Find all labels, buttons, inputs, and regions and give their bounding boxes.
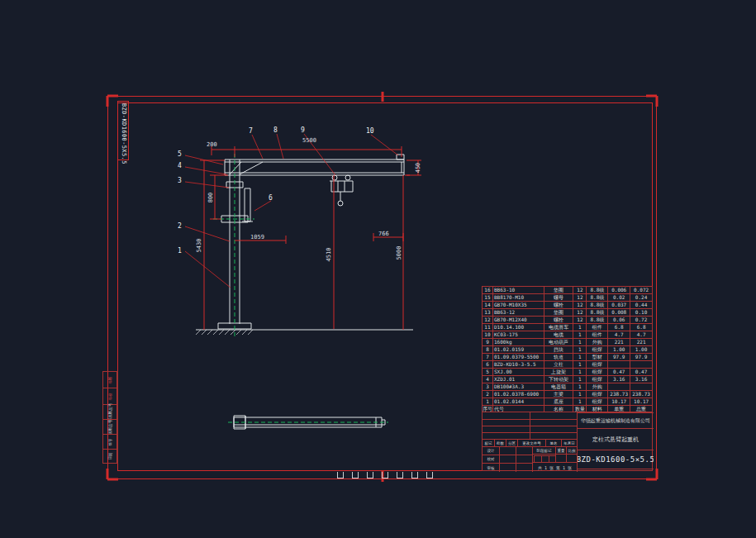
bom-cell: 1.00: [607, 345, 630, 353]
bom-cell: SXJ.00: [492, 368, 544, 375]
balloon-1: 1: [178, 247, 182, 255]
bom-cell: 0.72: [630, 316, 652, 323]
table-row: 16BB63-10垫圈128.8级0.0060.072: [482, 286, 652, 293]
revision-strip-cell: 日期: [102, 449, 117, 464]
bom-cell: 11: [482, 323, 492, 331]
bom-cell: 15: [482, 293, 492, 301]
dim-hook-path: 1059: [250, 234, 264, 240]
dim-total-height: 5430: [196, 239, 202, 253]
design-sign: [499, 446, 516, 455]
revision-strip-label: 底图总号: [108, 420, 112, 435]
bom-cell: 1.00: [630, 345, 652, 353]
fold-marks: [337, 472, 433, 478]
table-row: 12GB70-M12X40螺栓128.8级0.060.72: [482, 316, 652, 323]
bom-cell: DB100#3A.3: [492, 383, 544, 390]
revision-strip-cell: 描图: [102, 371, 117, 388]
bom-cell: BB63-12: [492, 308, 544, 316]
bom-cell: 1: [573, 338, 586, 345]
bom-cell: 型材: [586, 353, 607, 360]
bom-cell: 8.8级: [586, 286, 607, 293]
bom-header-cell: 代号: [492, 405, 544, 412]
label-check: 校对: [483, 455, 499, 463]
bom-cell: 221: [630, 338, 652, 345]
bom-cell: 0.47: [630, 368, 652, 375]
balloon-8: 8: [273, 126, 278, 134]
balloon-2: 2: [178, 222, 182, 230]
label-review: 审核: [483, 463, 499, 472]
bom-cell: 1: [573, 331, 586, 338]
weight-value: [555, 454, 566, 462]
bom-cell: 6.8: [630, 323, 652, 331]
bom-cell: 14: [482, 301, 492, 308]
bom-cell: 螺栓: [544, 316, 573, 323]
cad-canvas[interactable]: 200 5500 450 800 5430 4510 5000 766 1059…: [0, 0, 756, 538]
bom-header-cell: 单重: [607, 405, 630, 412]
bom-cell: 下转动架: [544, 375, 573, 383]
bom-cell: 外购: [586, 338, 607, 345]
drawing-number: BZD-KD1600-5×5.5: [577, 450, 654, 469]
parts-table-body: 16BB63-10垫圈128.8级0.0060.07215BB8170-M10螺…: [482, 286, 652, 405]
check-sign: [499, 455, 516, 463]
table-row: 4XZDJ.01下转动架1组焊3.163.16: [482, 375, 652, 383]
bom-cell: 4.7: [630, 331, 652, 338]
bom-cell: 3.16: [630, 375, 652, 383]
bom-cell: 8.8级: [586, 293, 607, 301]
table-row: 13BB63-12垫圈128.8级0.0080.10: [482, 308, 652, 316]
product-name: 定柱式悬臂起重机: [577, 428, 654, 450]
bom-cell: 0.037: [607, 301, 630, 308]
balloon-6: 6: [269, 194, 273, 202]
label-count: 处数: [494, 439, 506, 446]
dim-span: 5500: [302, 137, 316, 144]
bom-cell: 10.17: [630, 398, 652, 405]
label-weight: 重量: [555, 446, 566, 454]
bom-cell: 12: [573, 308, 586, 316]
bom-cell: 1: [573, 360, 586, 368]
bom-cell: BZD-KD10-3-5.5: [492, 360, 544, 368]
bom-cell: 12: [573, 301, 586, 308]
table-row: 10KC03-175电缆1组件4.74.7: [482, 331, 652, 338]
bom-cell: BB8170-M10: [492, 293, 544, 301]
bom-cell: 2: [482, 390, 492, 398]
table-row: 101.02.0144底座1组焊10.1710.17: [482, 398, 652, 405]
revision-strip-cell: 底图总号: [102, 419, 117, 434]
bom-cell: 16: [482, 286, 492, 293]
bom-cell: 外购: [586, 383, 607, 390]
bom-cell: 0.02: [607, 293, 630, 301]
revision-strip-label: 描校: [108, 393, 112, 400]
bom-cell: XZDJ.01: [492, 375, 544, 383]
bom-cell: [607, 360, 630, 368]
bom-cell: 1: [573, 375, 586, 383]
bom-cell: 6: [482, 360, 492, 368]
scale-value: [566, 454, 577, 462]
label-mark: 标记: [483, 439, 494, 446]
bom-cell: 0.006: [607, 286, 630, 293]
bom-cell: 13: [482, 308, 492, 316]
table-row: 11D10.14.100电缆滑车1组件6.86.8: [482, 323, 652, 331]
crane-drawing: [196, 155, 413, 429]
balloon-4: 4: [178, 162, 182, 169]
bom-cell: GB70-M10X35: [492, 301, 544, 308]
bom-cell: 0.24: [630, 293, 652, 301]
bom-cell: 01.02.0378-6900: [492, 390, 544, 398]
bom-cell: 1600kg: [492, 338, 544, 345]
bom-cell: KC03-175: [492, 331, 544, 338]
bom-cell: 电器箱: [544, 383, 573, 390]
bom-cell: 电动葫芦: [544, 338, 573, 345]
bom-cell: 螺母: [544, 293, 573, 301]
table-header-row: 序号代号名称数量材料单重总重: [482, 405, 652, 412]
revision-strip-label: 描图: [108, 376, 112, 383]
label-zone: 分区: [506, 439, 517, 446]
bom-header-cell: 数量: [573, 405, 586, 412]
table-row: 201.02.0378-6900主梁1组焊238.73238.73: [482, 390, 652, 398]
bom-cell: 4.7: [607, 331, 630, 338]
bom-cell: 1: [482, 398, 492, 405]
label-stage: 阶段标记: [532, 446, 555, 454]
bom-cell: 7: [482, 353, 492, 360]
bom-cell: 1: [573, 398, 586, 405]
bom-cell: 1: [573, 323, 586, 331]
bom-cell: 01.02.0144: [492, 398, 544, 405]
bom-cell: 组焊: [586, 345, 607, 353]
bom-cell: 0.47: [607, 368, 630, 375]
bom-cell: 8: [482, 345, 492, 353]
dim-offset: 200: [207, 141, 217, 148]
